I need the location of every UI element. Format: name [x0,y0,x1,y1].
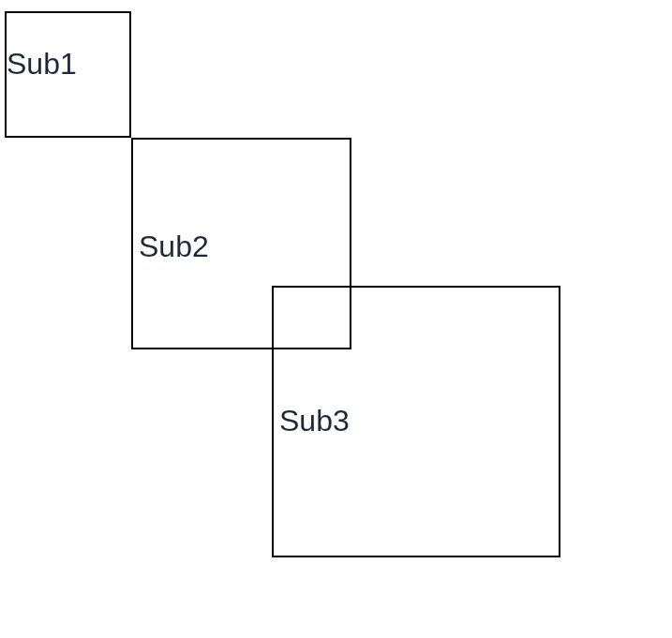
diagram-box-label-sub3: Sub3 [279,404,350,438]
diagram-box-sub3: Sub3 [272,286,560,557]
diagram-box-label-sub2: Sub2 [139,230,209,264]
diagram-box-sub1: Sub1 [5,11,131,138]
diagram-box-label-sub1: Sub1 [7,47,77,82]
